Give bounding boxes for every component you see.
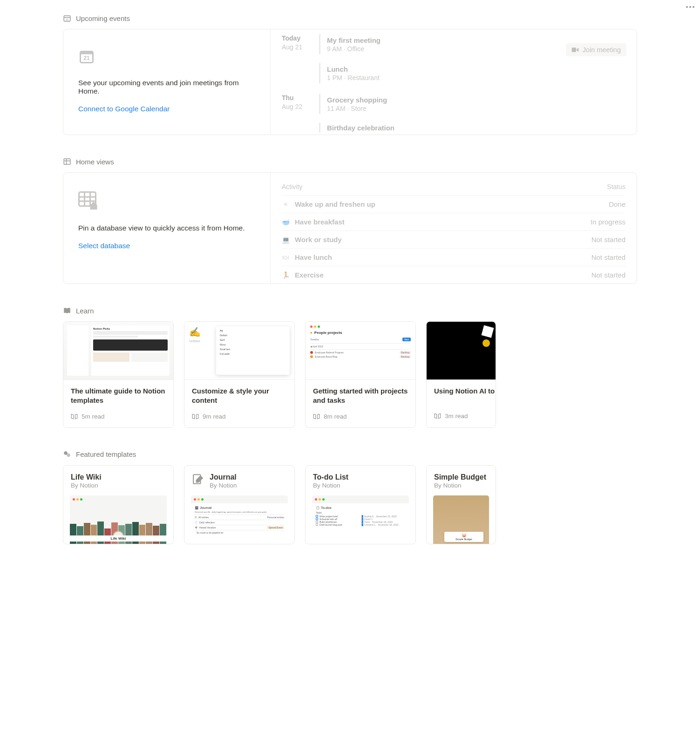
book-open-icon (192, 413, 199, 420)
event-title: Lunch (327, 65, 380, 73)
templates-label: Featured templates (76, 450, 136, 458)
learn-card[interactable]: ✍️Untitled AaDefaultSerifMonoSmall textF… (184, 321, 295, 428)
homeviews-card: Pin a database view to quickly access it… (63, 172, 637, 284)
upcoming-help-text: See your upcoming events and join meetin… (78, 79, 255, 95)
row-status: Not started (591, 271, 625, 279)
table-row: 💻Work or studyNot started (282, 230, 625, 248)
homeviews-header: Home views (63, 157, 637, 166)
svg-point-9 (67, 453, 70, 457)
day-sub: Aug 22 (282, 103, 309, 110)
select-database-link[interactable]: Select database (78, 242, 130, 250)
upcoming-events-preview: Join meeting Today Aug 21 My first meeti… (270, 29, 637, 135)
template-by: By Notion (210, 482, 237, 489)
template-card[interactable]: To-do List By Notion 📋 To-dos Tasks Writ… (305, 465, 416, 544)
homeviews-label: Home views (76, 158, 114, 166)
event-title: My first meeting (327, 36, 381, 44)
upcoming-promo: 21 See your upcoming events and join mee… (63, 29, 270, 135)
pencil-note-icon (192, 473, 204, 485)
template-title: To-do List (313, 473, 348, 481)
template-card[interactable]: Simple Budget By Notion 🐷Simple Budget (426, 465, 496, 544)
learn-thumb: ●People projects TimelineNew ◀ April 202… (306, 322, 415, 380)
row-title: Have breakfast (295, 218, 345, 226)
homeviews-promo: Pin a database view to quickly access it… (63, 173, 270, 284)
row-title: Work or study (295, 236, 342, 244)
template-by: By Notion (71, 482, 102, 489)
sample-table: Activity Status ☀Wake up and freshen upD… (270, 173, 637, 284)
template-card[interactable]: Journal By Notion 📓 Journal Document you… (184, 465, 295, 544)
learn-title: The ultimate guide to Notion templates (71, 386, 166, 406)
template-by: By Notion (313, 482, 348, 489)
table-row: ☀Wake up and freshen upDone (282, 195, 625, 213)
svg-rect-5 (571, 47, 576, 52)
join-meeting-label: Join meeting (583, 46, 621, 54)
laptop-icon: 💻 (282, 236, 289, 244)
row-status: Not started (591, 236, 625, 244)
learn-header: Learn (63, 306, 637, 315)
learn-card[interactable]: Using Notion AI to maximize your impact … (426, 321, 496, 428)
templates-header: Featured templates (63, 450, 637, 459)
table-row: 🍽Have lunchNot started (282, 248, 625, 266)
table-row: 🏃ExerciseNot started (282, 266, 625, 284)
learn-meta: 8m read (324, 413, 347, 420)
run-icon: 🏃 (282, 271, 289, 279)
template-cards-row: Life Wiki By Notion (63, 465, 637, 544)
book-icon (63, 306, 71, 315)
upcoming-card: 21 See your upcoming events and join mee… (63, 29, 637, 135)
upcoming-label: Upcoming events (76, 14, 130, 22)
connect-google-calendar-link[interactable]: Connect to Google Calendar (78, 105, 170, 113)
book-open-icon (313, 413, 320, 420)
template-by: By Notion (434, 482, 486, 489)
row-title: Exercise (295, 271, 324, 279)
learn-title: Customize & style your content (192, 386, 287, 406)
row-status: Done (609, 200, 625, 208)
page-options-menu[interactable] (686, 6, 694, 8)
svg-text:21: 21 (66, 18, 69, 21)
learn-title: Getting started with projects and tasks (313, 386, 408, 406)
book-open-icon (434, 413, 441, 420)
learn-thumb (427, 322, 496, 380)
calendar-large-icon: 21 (78, 48, 95, 65)
template-preview: 🐷Simple Budget (433, 495, 489, 544)
templates-icon (63, 450, 71, 459)
lunch-icon: 🍽 (282, 254, 289, 261)
day-sub: Aug 21 (282, 43, 309, 51)
table-row: 🥣Have breakfastIn progress (282, 213, 625, 230)
col-activity: Activity (282, 183, 302, 190)
video-icon (571, 47, 579, 53)
learn-label: Learn (76, 307, 94, 315)
table-icon (63, 157, 71, 166)
template-preview: 📓 Journal Document your life - daily hap… (191, 495, 288, 544)
homeviews-help-text: Pin a database view to quickly access it… (78, 224, 255, 232)
learn-thumb: ✍️Untitled AaDefaultSerifMonoSmall textF… (184, 322, 294, 380)
svg-rect-6 (64, 159, 70, 164)
col-status: Status (607, 183, 625, 190)
event-meta: 11 AM · Store (327, 105, 387, 112)
sun-icon: ☀ (282, 201, 289, 208)
learn-thumb: Notion Picks (63, 322, 173, 380)
template-title: Life Wiki (71, 473, 102, 481)
database-home-icon (78, 191, 101, 210)
row-status: Not started (591, 253, 625, 261)
template-title: Simple Budget (434, 473, 486, 481)
learn-meta: 5m read (82, 413, 105, 420)
event-item: Lunch 1 PM · Restaurant (319, 63, 625, 83)
day-label: Today (282, 34, 309, 43)
event-title: Birthday celebration (327, 124, 394, 132)
template-card[interactable]: Life Wiki By Notion (63, 465, 174, 544)
learn-title: Using Notion AI to maximize your impact (434, 386, 488, 405)
learn-card[interactable]: ●People projects TimelineNew ◀ April 202… (305, 321, 416, 428)
row-title: Wake up and freshen up (295, 200, 375, 208)
day-label: Thu (282, 94, 309, 103)
learn-meta: 3m read (445, 413, 468, 420)
svg-point-8 (64, 451, 68, 455)
row-status: In progress (591, 218, 625, 226)
upcoming-header: 21 Upcoming events (63, 14, 637, 22)
learn-cards-row: Notion Picks The ultimate guide to Notio… (63, 321, 637, 428)
row-title: Have lunch (295, 253, 332, 261)
breakfast-icon: 🥣 (282, 218, 289, 226)
book-open-icon (71, 413, 78, 420)
template-preview: 📋 To-dos Tasks Write project brief Sched… (312, 495, 409, 544)
join-meeting-button[interactable]: Join meeting (566, 43, 626, 56)
learn-card[interactable]: Notion Picks The ultimate guide to Notio… (63, 321, 174, 428)
calendar-icon: 21 (63, 14, 71, 22)
